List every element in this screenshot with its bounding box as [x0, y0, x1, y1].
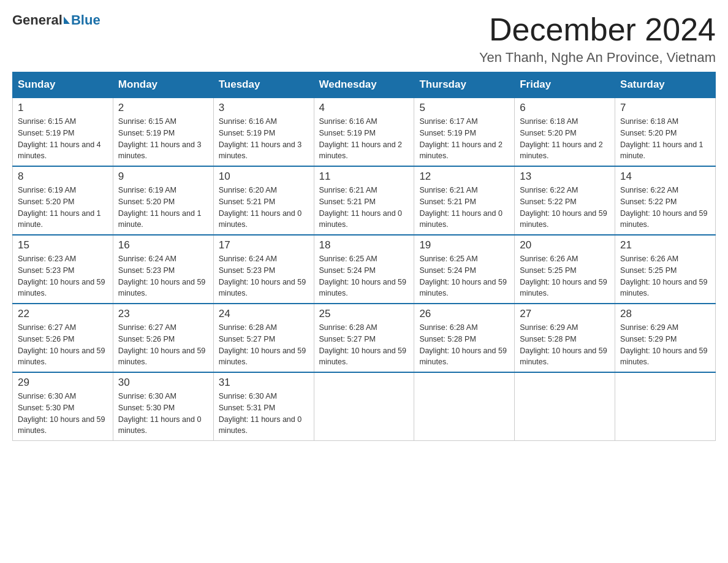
day-number: 2: [118, 102, 208, 114]
day-info: Sunrise: 6:29 AMSunset: 5:28 PMDaylight:…: [520, 323, 607, 366]
calendar-week-row: 22 Sunrise: 6:27 AMSunset: 5:26 PMDaylig…: [13, 304, 716, 372]
weekday-header-thursday: Thursday: [414, 72, 515, 98]
calendar-table: SundayMondayTuesdayWednesdayThursdayFrid…: [12, 72, 716, 441]
logo: General Blue: [12, 12, 100, 28]
day-info: Sunrise: 6:17 AMSunset: 5:19 PMDaylight:…: [419, 117, 502, 160]
page-header: General Blue December 2024 Yen Thanh, Ng…: [12, 12, 716, 66]
day-number: 3: [219, 102, 309, 114]
logo-general-text: General: [12, 12, 63, 28]
location-title: Yen Thanh, Nghe An Province, Vietnam: [479, 50, 716, 66]
calendar-cell: 30 Sunrise: 6:30 AMSunset: 5:30 PMDaylig…: [113, 372, 213, 441]
calendar-cell: 2 Sunrise: 6:15 AMSunset: 5:19 PMDayligh…: [113, 98, 213, 166]
calendar-cell: 4 Sunrise: 6:16 AMSunset: 5:19 PMDayligh…: [314, 98, 414, 166]
calendar-cell: 7 Sunrise: 6:18 AMSunset: 5:20 PMDayligh…: [615, 98, 716, 166]
calendar-cell: 13 Sunrise: 6:22 AMSunset: 5:22 PMDaylig…: [515, 166, 615, 235]
weekday-header-tuesday: Tuesday: [213, 72, 314, 98]
day-number: 12: [419, 170, 509, 183]
day-info: Sunrise: 6:15 AMSunset: 5:19 PMDaylight:…: [18, 117, 101, 160]
calendar-cell: 3 Sunrise: 6:16 AMSunset: 5:19 PMDayligh…: [213, 98, 314, 166]
day-number: 24: [219, 308, 309, 320]
day-number: 10: [219, 170, 309, 183]
calendar-cell: 1 Sunrise: 6:15 AMSunset: 5:19 PMDayligh…: [13, 98, 113, 166]
day-number: 19: [419, 239, 509, 251]
calendar-cell: 17 Sunrise: 6:24 AMSunset: 5:23 PMDaylig…: [213, 235, 314, 304]
calendar-cell: 21 Sunrise: 6:26 AMSunset: 5:25 PMDaylig…: [615, 235, 716, 304]
day-number: 27: [520, 308, 610, 320]
day-number: 31: [219, 377, 309, 389]
weekday-header-monday: Monday: [113, 72, 213, 98]
calendar-cell: 16 Sunrise: 6:24 AMSunset: 5:23 PMDaylig…: [113, 235, 213, 304]
day-number: 9: [118, 170, 208, 183]
calendar-cell: 24 Sunrise: 6:28 AMSunset: 5:27 PMDaylig…: [213, 304, 314, 372]
calendar-cell: 23 Sunrise: 6:27 AMSunset: 5:26 PMDaylig…: [113, 304, 213, 372]
calendar-cell: 8 Sunrise: 6:19 AMSunset: 5:20 PMDayligh…: [13, 166, 113, 235]
calendar-cell: 12 Sunrise: 6:21 AMSunset: 5:21 PMDaylig…: [414, 166, 515, 235]
day-info: Sunrise: 6:20 AMSunset: 5:21 PMDaylight:…: [219, 186, 302, 229]
calendar-cell: 14 Sunrise: 6:22 AMSunset: 5:22 PMDaylig…: [615, 166, 716, 235]
day-info: Sunrise: 6:19 AMSunset: 5:20 PMDaylight:…: [118, 186, 202, 229]
day-number: 8: [18, 170, 108, 183]
day-number: 28: [620, 308, 710, 320]
day-info: Sunrise: 6:27 AMSunset: 5:26 PMDaylight:…: [118, 323, 205, 366]
day-info: Sunrise: 6:24 AMSunset: 5:23 PMDaylight:…: [118, 255, 205, 297]
day-number: 17: [219, 239, 309, 251]
day-number: 29: [18, 377, 108, 389]
calendar-cell: [615, 372, 716, 441]
day-info: Sunrise: 6:25 AMSunset: 5:24 PMDaylight:…: [319, 255, 406, 297]
day-info: Sunrise: 6:22 AMSunset: 5:22 PMDaylight:…: [620, 186, 707, 229]
day-info: Sunrise: 6:28 AMSunset: 5:27 PMDaylight:…: [319, 323, 406, 366]
calendar-cell: 19 Sunrise: 6:25 AMSunset: 5:24 PMDaylig…: [414, 235, 515, 304]
calendar-cell: 26 Sunrise: 6:28 AMSunset: 5:28 PMDaylig…: [414, 304, 515, 372]
day-number: 26: [419, 308, 509, 320]
calendar-cell: [314, 372, 414, 441]
day-info: Sunrise: 6:15 AMSunset: 5:19 PMDaylight:…: [118, 117, 202, 160]
day-number: 5: [419, 102, 509, 114]
calendar-cell: 5 Sunrise: 6:17 AMSunset: 5:19 PMDayligh…: [414, 98, 515, 166]
day-info: Sunrise: 6:30 AMSunset: 5:30 PMDaylight:…: [118, 392, 202, 435]
day-info: Sunrise: 6:19 AMSunset: 5:20 PMDaylight:…: [18, 186, 101, 229]
day-number: 21: [620, 239, 710, 251]
calendar-week-row: 15 Sunrise: 6:23 AMSunset: 5:23 PMDaylig…: [13, 235, 716, 304]
day-info: Sunrise: 6:18 AMSunset: 5:20 PMDaylight:…: [620, 117, 703, 160]
day-number: 16: [118, 239, 208, 251]
day-info: Sunrise: 6:16 AMSunset: 5:19 PMDaylight:…: [219, 117, 302, 160]
day-info: Sunrise: 6:25 AMSunset: 5:24 PMDaylight:…: [419, 255, 506, 297]
calendar-cell: 15 Sunrise: 6:23 AMSunset: 5:23 PMDaylig…: [13, 235, 113, 304]
day-info: Sunrise: 6:21 AMSunset: 5:21 PMDaylight:…: [419, 186, 502, 229]
day-info: Sunrise: 6:26 AMSunset: 5:25 PMDaylight:…: [520, 255, 607, 297]
day-number: 20: [520, 239, 610, 251]
day-number: 30: [118, 377, 208, 389]
calendar-cell: 18 Sunrise: 6:25 AMSunset: 5:24 PMDaylig…: [314, 235, 414, 304]
day-info: Sunrise: 6:24 AMSunset: 5:23 PMDaylight:…: [219, 255, 306, 297]
calendar-week-row: 1 Sunrise: 6:15 AMSunset: 5:19 PMDayligh…: [13, 98, 716, 166]
day-info: Sunrise: 6:21 AMSunset: 5:21 PMDaylight:…: [319, 186, 403, 229]
calendar-cell: 6 Sunrise: 6:18 AMSunset: 5:20 PMDayligh…: [515, 98, 615, 166]
day-info: Sunrise: 6:29 AMSunset: 5:29 PMDaylight:…: [620, 323, 707, 366]
day-number: 22: [18, 308, 108, 320]
calendar-cell: 29 Sunrise: 6:30 AMSunset: 5:30 PMDaylig…: [13, 372, 113, 441]
weekday-header-wednesday: Wednesday: [314, 72, 414, 98]
day-number: 4: [319, 102, 409, 114]
day-info: Sunrise: 6:18 AMSunset: 5:20 PMDaylight:…: [520, 117, 603, 160]
day-number: 7: [620, 102, 710, 114]
calendar-week-row: 8 Sunrise: 6:19 AMSunset: 5:20 PMDayligh…: [13, 166, 716, 235]
calendar-cell: 28 Sunrise: 6:29 AMSunset: 5:29 PMDaylig…: [615, 304, 716, 372]
weekday-header-sunday: Sunday: [13, 72, 113, 98]
logo-triangle-icon: [64, 17, 70, 24]
calendar-cell: [515, 372, 615, 441]
day-number: 15: [18, 239, 108, 251]
weekday-header-row: SundayMondayTuesdayWednesdayThursdayFrid…: [13, 72, 716, 98]
day-info: Sunrise: 6:23 AMSunset: 5:23 PMDaylight:…: [18, 255, 105, 297]
calendar-cell: [414, 372, 515, 441]
day-info: Sunrise: 6:30 AMSunset: 5:30 PMDaylight:…: [18, 392, 105, 435]
weekday-header-saturday: Saturday: [615, 72, 716, 98]
day-info: Sunrise: 6:30 AMSunset: 5:31 PMDaylight:…: [219, 392, 302, 435]
day-number: 13: [520, 170, 610, 183]
calendar-week-row: 29 Sunrise: 6:30 AMSunset: 5:30 PMDaylig…: [13, 372, 716, 441]
day-info: Sunrise: 6:27 AMSunset: 5:26 PMDaylight:…: [18, 323, 105, 366]
weekday-header-friday: Friday: [515, 72, 615, 98]
day-info: Sunrise: 6:28 AMSunset: 5:27 PMDaylight:…: [219, 323, 306, 366]
calendar-cell: 11 Sunrise: 6:21 AMSunset: 5:21 PMDaylig…: [314, 166, 414, 235]
day-number: 1: [18, 102, 108, 114]
calendar-cell: 20 Sunrise: 6:26 AMSunset: 5:25 PMDaylig…: [515, 235, 615, 304]
